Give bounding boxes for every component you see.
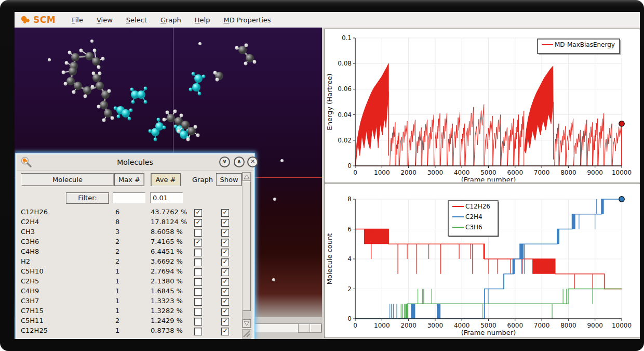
max-count: 2 <box>115 248 119 255</box>
resize-grip[interactable] <box>242 329 251 339</box>
menu-file[interactable]: File <box>67 14 88 26</box>
scroll-down-icon[interactable] <box>243 319 251 328</box>
svg-text:5000: 5000 <box>480 322 497 329</box>
graph-checkbox[interactable] <box>194 308 202 316</box>
svg-text:9000: 9000 <box>587 169 603 176</box>
graph-checkbox[interactable] <box>194 229 202 237</box>
dialog-title: Molecules <box>17 158 253 166</box>
max-count: 2 <box>115 257 119 265</box>
molecule-count-chart: 0100020003000400050006000700080009000100… <box>325 184 639 336</box>
graph-checkbox[interactable] <box>194 318 202 326</box>
show-checkbox[interactable]: ✓ <box>221 268 229 276</box>
ave-percent: 43.7762 % <box>151 208 187 216</box>
energy-chart: 0100020003000400050006000700080009000100… <box>325 29 639 181</box>
show-checkbox[interactable]: ✓ <box>221 209 229 217</box>
max-count: 3 <box>115 228 119 236</box>
svg-text:0: 0 <box>347 315 352 322</box>
menu-md-properties[interactable]: MD Properties <box>219 14 275 26</box>
ave-percent: 2.1380 % <box>151 277 183 285</box>
svg-text:C12H26: C12H26 <box>465 203 490 210</box>
table-row: C4H911.6845 %✓ <box>17 287 243 297</box>
svg-text:3000: 3000 <box>427 169 444 176</box>
menu-graph[interactable]: Graph <box>156 14 186 26</box>
max-count: 1 <box>115 307 119 315</box>
table-row: H223.6692 %✓ <box>17 257 243 267</box>
menu-select[interactable]: Select <box>122 14 152 26</box>
svg-text:0.1: 0.1 <box>342 34 352 42</box>
close-button[interactable]: ✕ <box>247 157 258 167</box>
show-checkbox[interactable]: ✓ <box>221 249 229 256</box>
graph-checkbox[interactable] <box>194 258 202 266</box>
svg-text:8000: 8000 <box>560 169 576 176</box>
show-checkbox[interactable]: ✓ <box>221 288 229 296</box>
table-row: C7H1511.3282 %✓ <box>17 307 243 317</box>
graph-checkbox[interactable]: ✓ <box>194 219 202 227</box>
graph-checkbox[interactable] <box>194 298 202 306</box>
table-row: C12H26643.7762 %✓✓ <box>17 208 243 218</box>
svg-text:Energy (Hartree): Energy (Hartree) <box>326 73 333 130</box>
molecule-name: C12H25 <box>21 327 48 334</box>
max-count: 1 <box>115 277 119 285</box>
molecule-name: H2 <box>21 257 30 265</box>
molecule-name: C2H5 <box>21 277 39 285</box>
graph-checkbox[interactable] <box>194 328 202 335</box>
show-checkbox[interactable]: ✓ <box>221 308 229 316</box>
graph-checkbox[interactable] <box>194 278 202 286</box>
svg-text:2: 2 <box>347 285 352 293</box>
scroll-up-icon[interactable] <box>243 173 251 181</box>
svg-text:4000: 4000 <box>454 322 470 329</box>
ave-percent: 6.4451 % <box>151 248 183 255</box>
show-checkbox[interactable]: ✓ <box>221 258 229 266</box>
show-column-button[interactable]: Show <box>216 173 242 186</box>
svg-text:MD-MaxBiasEnergy: MD-MaxBiasEnergy <box>555 41 615 48</box>
table-row: C2H4817.8124 %✓✓ <box>17 218 243 228</box>
frame-slider-handle-2[interactable] <box>310 324 321 332</box>
show-checkbox[interactable]: ✓ <box>221 229 229 237</box>
svg-text:2000: 2000 <box>400 322 417 329</box>
dialog-scrollbar[interactable] <box>242 172 251 328</box>
show-checkbox[interactable]: ✓ <box>221 318 229 326</box>
graph-checkbox[interactable] <box>194 268 202 276</box>
scrollbar-thumb[interactable] <box>243 181 251 311</box>
molecule-column-button[interactable]: Molecule <box>21 173 114 186</box>
show-checkbox[interactable]: ✓ <box>221 298 229 306</box>
max-count: 2 <box>115 317 119 324</box>
molecule-count-chart-panel: 0100020003000400050006000700080009000100… <box>324 183 640 338</box>
table-row: CH338.6058 %✓ <box>17 228 243 238</box>
filter-button[interactable]: Filter: <box>66 192 109 204</box>
show-checkbox[interactable]: ✓ <box>221 219 229 227</box>
show-checkbox[interactable]: ✓ <box>221 278 229 286</box>
molecule-table: C12H26643.7762 %✓✓C2H4817.8124 %✓✓CH338.… <box>17 208 243 339</box>
max-column-button[interactable]: Max # <box>114 173 144 186</box>
menu-help[interactable]: Help <box>190 14 215 26</box>
graph-checkbox[interactable] <box>194 288 202 296</box>
scm-logo-icon: SCM <box>20 14 56 26</box>
dialog-titlebar[interactable]: Molecules ∨ ∧ ✕ <box>17 154 253 171</box>
shade-button[interactable]: ∨ <box>219 157 230 167</box>
table-row: C2H512.1380 %✓ <box>17 277 243 287</box>
svg-text:(Frame number): (Frame number) <box>461 329 516 336</box>
filter-name-input[interactable] <box>113 192 145 203</box>
max-count: 8 <box>115 218 119 226</box>
molecule-name: C12H26 <box>21 208 48 216</box>
graph-checkbox[interactable] <box>194 249 202 256</box>
ave-column-button[interactable]: Ave # <box>151 173 181 186</box>
ave-percent: 1.3323 % <box>151 297 183 305</box>
frame-slider-handle[interactable] <box>299 324 310 332</box>
table-row: C5H1121.2429 %✓ <box>17 317 243 327</box>
svg-text:0.04: 0.04 <box>338 111 352 119</box>
max-count: 1 <box>115 327 119 334</box>
graph-checkbox[interactable]: ✓ <box>194 209 202 217</box>
show-checkbox[interactable]: ✓ <box>221 239 229 246</box>
ave-percent: 1.3282 % <box>151 307 183 315</box>
svg-text:C2H4: C2H4 <box>465 213 482 220</box>
window-frame: SCM File View Select Graph Help MD Prope… <box>0 0 644 351</box>
filter-threshold-input[interactable] <box>150 192 183 203</box>
show-checkbox[interactable]: ✓ <box>221 328 229 335</box>
menu-view[interactable]: View <box>92 14 117 26</box>
svg-text:0.02: 0.02 <box>338 137 352 144</box>
svg-text:(Frame number): (Frame number) <box>461 176 516 181</box>
svg-text:1000: 1000 <box>374 322 390 329</box>
graph-checkbox[interactable]: ✓ <box>194 239 202 246</box>
unshade-button[interactable]: ∧ <box>234 157 245 167</box>
